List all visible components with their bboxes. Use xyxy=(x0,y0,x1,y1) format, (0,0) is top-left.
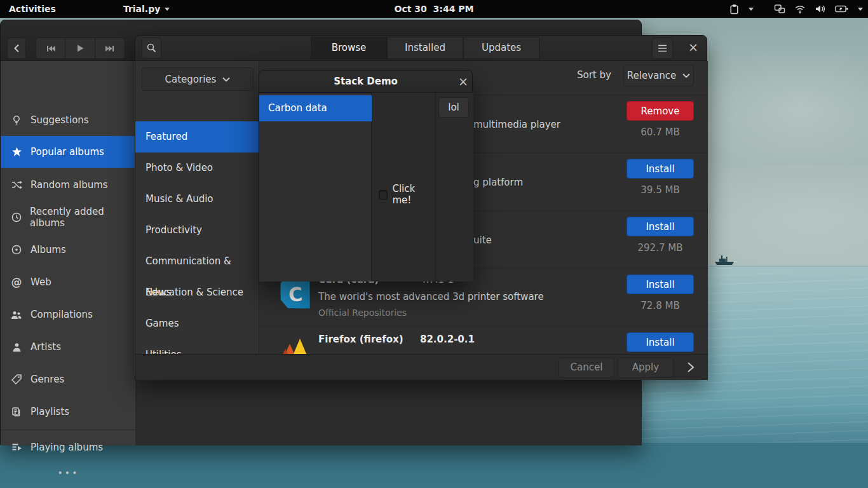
install-button[interactable]: Install xyxy=(627,332,694,352)
app-version: 82.0.2-0.1 xyxy=(420,334,475,345)
dialog-side-panel: lol xyxy=(436,93,473,281)
screen-share-icon[interactable] xyxy=(774,4,785,14)
sidebar-item-label: Playlists xyxy=(31,406,69,417)
app-repository: Official Repositories xyxy=(318,308,407,318)
sidebar-item-label: Compilations xyxy=(31,309,93,320)
sidebar-item-albums[interactable]: Albums xyxy=(1,234,136,266)
category-games[interactable]: Games xyxy=(135,308,259,339)
lightbulb-icon xyxy=(11,114,22,126)
shuffle-icon xyxy=(11,179,22,191)
app-size: 292.7 MB xyxy=(627,242,694,254)
sidebar-separator xyxy=(1,430,136,430)
category-photo-video[interactable]: Photo & Video xyxy=(135,152,259,184)
clock-date: Oct 30 xyxy=(395,4,427,14)
app-description: uite xyxy=(473,234,492,246)
transaction-footer: Cancel Apply xyxy=(135,354,708,380)
expand-details-chevron[interactable] xyxy=(687,362,695,373)
cura-app-icon: C xyxy=(280,279,311,309)
categories-dropdown[interactable]: Categories xyxy=(142,67,254,91)
stack-demo-dialog: Stack Demo × Carbon data Click me! lol xyxy=(259,70,473,281)
category-communication-news[interactable]: Communication & News xyxy=(135,246,259,277)
sidebar-item-label: Web xyxy=(31,276,51,288)
previous-track-button[interactable] xyxy=(36,37,65,59)
activities-button[interactable]: Activities xyxy=(0,0,65,18)
install-button[interactable]: Install xyxy=(627,217,694,236)
click-me-checkbox[interactable]: Click me! xyxy=(379,183,435,206)
install-button[interactable]: Install xyxy=(627,274,694,294)
app-description: multimedia player xyxy=(473,119,560,130)
category-productivity[interactable]: Productivity xyxy=(135,215,259,246)
tab-installed[interactable]: Installed xyxy=(387,37,463,59)
music-sidebar: Suggestions Popular albums Random albums… xyxy=(1,61,136,445)
category-featured[interactable]: Featured xyxy=(135,121,259,152)
sidebar-item-random-albums[interactable]: Random albums xyxy=(1,169,136,201)
back-button[interactable] xyxy=(7,37,26,59)
disc-icon xyxy=(11,244,22,255)
chevron-down-icon[interactable] xyxy=(749,8,754,11)
sidebar-item-label: Genres xyxy=(31,374,64,385)
wifi-icon[interactable] xyxy=(794,4,806,14)
play-button[interactable] xyxy=(65,37,95,59)
sidebar-item-label: Albums xyxy=(31,244,66,255)
tag-icon xyxy=(11,374,22,385)
sidebar-item-compilations[interactable]: Compilations xyxy=(1,299,136,330)
sidebar-item-genres[interactable]: Genres xyxy=(1,363,136,395)
person-icon xyxy=(11,341,22,353)
clipboard-indicator-icon[interactable] xyxy=(729,4,740,15)
sidebar-item-artists[interactable]: Artists xyxy=(1,331,136,363)
sidebar-more-button[interactable]: ••• xyxy=(1,468,136,478)
install-button[interactable]: Install xyxy=(627,159,694,179)
category-music-audio[interactable]: Music & Audio xyxy=(135,184,259,215)
next-track-button[interactable] xyxy=(95,37,125,59)
checkbox-box[interactable] xyxy=(379,190,388,200)
dialog-content-panel: Click me! xyxy=(372,93,436,281)
apply-button[interactable]: Apply xyxy=(618,358,674,377)
app-description: The world's most advanced 3d printer sof… xyxy=(318,291,544,302)
view-tabs: Browse Installed Updates xyxy=(311,37,539,59)
sidebar-item-label: Recently added albums xyxy=(30,206,136,229)
sidebar-item-popular-albums[interactable]: Popular albums xyxy=(1,136,136,168)
sidebar-item-playlists[interactable]: Playlists xyxy=(1,396,136,428)
lol-button[interactable]: lol xyxy=(438,97,469,118)
search-button[interactable] xyxy=(142,37,161,58)
playlist-icon xyxy=(11,406,22,417)
hamburger-menu-button[interactable] xyxy=(652,37,673,59)
app-row-firefox[interactable]: Firefox (firefox) 82.0.2-0.1 Install xyxy=(259,326,708,354)
gnome-top-bar: Activities Trial.py Oct 30 3:44 PM xyxy=(0,0,868,18)
app-size: 60.7 MB xyxy=(627,126,694,138)
dialog-close-button[interactable]: × xyxy=(458,76,469,87)
sidebar-item-playing-albums[interactable]: Playing albums xyxy=(1,431,136,463)
app-menu-button[interactable]: Trial.py xyxy=(123,0,170,18)
at-icon: @ xyxy=(11,276,22,288)
firefox-app-icon xyxy=(282,334,313,354)
sidebar-item-label: Suggestions xyxy=(31,114,89,126)
sort-dropdown[interactable]: Relevance xyxy=(623,65,694,86)
sidebar-item-recently-added[interactable]: Recently added albums xyxy=(1,201,136,233)
sidebar-item-label: Random albums xyxy=(31,179,108,191)
sidebar-item-web[interactable]: @ Web xyxy=(1,266,136,298)
categories-dropdown-label: Categories xyxy=(165,74,217,85)
sidebar-item-label: Popular albums xyxy=(31,146,104,158)
star-icon xyxy=(11,146,22,158)
sort-by-label: Sort by xyxy=(577,69,611,81)
tab-updates[interactable]: Updates xyxy=(463,37,539,59)
app-size: 72.8 MB xyxy=(627,300,694,311)
clock-icon xyxy=(11,212,22,223)
sort-value: Relevance xyxy=(627,70,676,81)
sidebar-item-suggestions[interactable]: Suggestions xyxy=(1,104,136,136)
remove-button[interactable]: Remove xyxy=(627,101,694,121)
ship-silhouette xyxy=(713,254,736,266)
tab-browse[interactable]: Browse xyxy=(311,37,387,59)
close-window-button[interactable]: × xyxy=(687,41,700,54)
app-description: g platform xyxy=(473,177,523,188)
playback-controls xyxy=(36,37,125,59)
category-education-science[interactable]: Education & Science xyxy=(135,277,259,308)
chevron-down-icon[interactable] xyxy=(858,8,863,11)
battery-icon[interactable] xyxy=(835,4,849,13)
cancel-button[interactable]: Cancel xyxy=(559,358,614,377)
volume-icon[interactable] xyxy=(815,4,826,14)
sidebar-item-label: Artists xyxy=(31,341,61,353)
list-item-carbon-data[interactable]: Carbon data xyxy=(259,95,372,121)
system-tray[interactable] xyxy=(729,0,863,18)
dialog-titlebar[interactable]: Stack Demo xyxy=(259,71,472,93)
